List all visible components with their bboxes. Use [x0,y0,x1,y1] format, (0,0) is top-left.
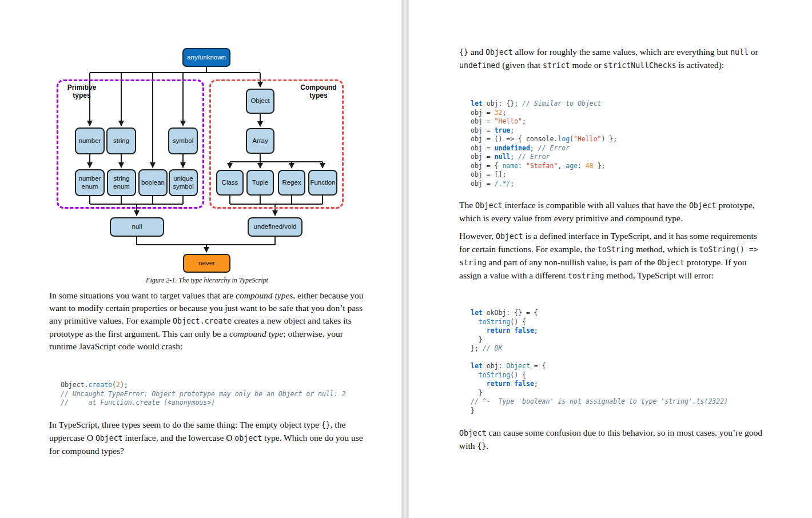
code-token: "Stefan" [526,162,558,170]
node-symbol: symbol [168,127,198,154]
code-token: }; [594,162,606,170]
code-token: ); [120,381,128,389]
text-run: compound type [229,329,283,338]
diagram-nodes: Primitive typesCompound typesany/unknown… [49,40,369,287]
code-line: obj = /.*/; [471,180,768,189]
text-run: and [468,47,485,57]
text-run: method, which is [634,244,699,254]
group-label-compound-types: Compound types [296,84,341,100]
text-run: interface, and the lowercase O [123,433,235,443]
paragraph-right-4: Object can cause some confusion due to t… [459,427,768,453]
code-token: ; [510,180,514,188]
code-token: ; [510,126,514,134]
code-token: // Error [518,153,550,161]
node-number-enum: number enum [75,169,105,196]
code-token: return [487,326,511,334]
inline-code: object [234,434,262,443]
code-line: toString() { [471,371,768,380]
code-line: // ^- Type 'boolean' is not assignable t… [471,397,768,407]
inline-code: Object [657,258,684,267]
code-token: 32 [495,109,503,117]
inline-code: Object.create [173,317,232,325]
figure-type-hierarchy: Primitive typesCompound typesany/unknown… [49,40,369,287]
node-any-unknown: any/unknown [182,48,230,67]
code-token: ; [530,144,538,152]
figure-caption: Figure 2-1. The type hierarchy in TypeSc… [49,276,365,285]
code-token: return [487,380,511,388]
code-line: obj = undefined; // Error [471,144,768,153]
code-line: obj = true; [471,126,768,136]
paragraph-right-1: {} and Object allow for roughly the same… [459,46,768,72]
inline-code: Object [95,434,123,443]
node-null: null [110,217,164,237]
paragraph-right-2: The Object interface is compatible with … [459,199,768,225]
page-spine-divider [401,0,409,518]
code-line: obj = []; [471,170,768,180]
code-line: obj = () => { console.log("Hello") }; [471,135,768,144]
left-page: Primitive typesCompound typesany/unknown… [0,0,401,518]
code-token: let [471,99,483,107]
code-block-right-1: let obj: {}; // Similar to Objectobj = 3… [471,99,768,188]
inline-code: {} [477,442,486,451]
code-token: obj = [471,126,495,134]
inline-code: Object [475,201,503,210]
code-token: }; [471,344,483,352]
node-object: Object [246,89,274,114]
node-class: Class [216,170,244,196]
code-token: ; [510,153,518,161]
code-token: let [471,309,483,317]
inline-code: null [730,48,749,57]
text-run: is activated): [676,60,725,70]
node-function: Function [308,170,337,196]
code-token: () { [510,318,526,326]
code-block-left-1: Object.create(2);// Uncaught TypeError: … [61,381,368,408]
code-token: ; [502,109,506,117]
code-block-right-2: let okObj: {} = { toString() { return fa… [471,309,768,415]
code-token: Object [506,362,530,370]
code-token: // Uncaught TypeError: Object prototype … [61,390,346,398]
text-run: In TypeScript, three types seem to do th… [49,420,321,429]
text-run: However, [459,231,496,241]
code-token: ( [112,381,116,389]
code-line: } [471,336,768,345]
code-token: : [518,162,526,170]
node-string: string [106,127,136,154]
code-line: let okObj: {} = { [471,309,768,318]
group-label-primitive-types: Primitive types [59,84,104,100]
code-line [471,353,768,362]
text-run: (given that [500,60,542,70]
code-token: obj = []; [471,170,506,178]
code-token: "Hello" [574,135,601,143]
node-number: number [75,127,105,154]
code-token: 2 [116,381,120,389]
code-token: , [558,162,566,170]
right-page: {} and Object allow for roughly the same… [409,0,812,518]
code-token: obj = [471,153,495,161]
code-token: toString [479,371,510,379]
node-tuple: Tuple [246,170,274,196]
text-run: mode or [570,60,604,70]
code-token: // Similar to Object [522,99,601,107]
code-token: } [471,389,483,397]
text-run: interface is compatible with all values … [503,200,689,210]
code-token: obj = [471,180,495,188]
inline-code: tostring [568,272,604,280]
code-token [471,380,487,388]
code-token: null [495,153,511,161]
text-run: and part of any non-nullish value, is pa… [487,257,658,267]
code-token: ) }; [602,135,618,143]
node-undefined-void: undefined/void [248,217,302,237]
code-token: true [495,126,511,134]
code-token: obj = [471,117,495,125]
code-token: name [502,162,518,170]
text-run: can cause some confusion due to this beh… [459,428,762,451]
code-line: Object.create(2); [61,381,368,390]
code-token: obj = { [471,162,502,170]
code-token: okObj: {} = { [483,309,538,317]
paragraph-left-1: In some situations you want to target va… [49,289,368,353]
code-line: // at Function.create (<anonymous>) [61,399,368,408]
code-token: /.*/ [495,180,511,188]
inline-code: toString [598,245,634,254]
inline-code: Object [689,201,717,210]
inline-code: Object [485,48,513,57]
